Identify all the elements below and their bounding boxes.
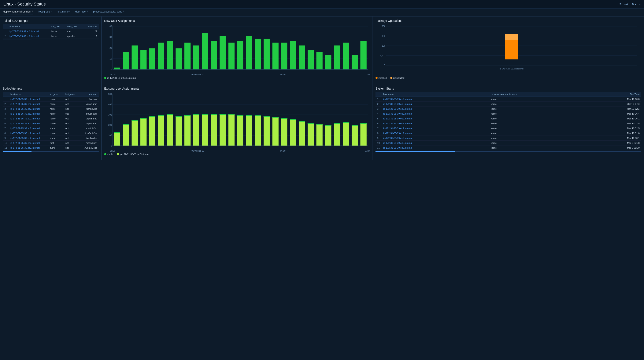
table-row[interactable]: 1 ip-172-31-95-39.ec2.internal kernel Ma… <box>376 97 641 102</box>
svg-rect-101 <box>237 115 243 116</box>
host-name-cell: ip-172-31-95-39.ec2.internal <box>9 106 48 111</box>
svg-rect-36 <box>343 43 349 69</box>
existing-legend-dot-0 <box>104 153 106 155</box>
host-name-cell: ip-172-31-95-39.ec2.internal <box>382 136 489 141</box>
table-row[interactable]: 11 ip-172-31-95-39.ec2.internal sumo roo… <box>3 145 99 150</box>
svg-rect-128 <box>360 123 366 146</box>
svg-rect-86 <box>176 116 182 146</box>
start-time-cell: Mar 9 22:38 <box>588 141 641 145</box>
table-row[interactable]: 3 ip-172-31-95-39.ec2.internal kernel Ma… <box>376 106 641 111</box>
row-num: 8 <box>376 131 382 136</box>
command-cell: /usr/sbin/us <box>79 131 99 136</box>
process-cell: kernel <box>489 102 588 106</box>
sudo-table-wrapper[interactable]: host.name src_user dest_user command 1 i… <box>3 92 99 150</box>
svg-text:15k: 15k <box>382 35 386 37</box>
table-row[interactable]: 7 ip-172-31-95-39.ec2.internal kernel Ma… <box>376 126 641 131</box>
system-starts-table-wrapper[interactable]: host.name process.executable.name StartT… <box>376 92 641 150</box>
table-row[interactable]: 10 ip-172-31-95-39.ec2.internal root roo… <box>3 141 99 145</box>
start-time-cell: Mar 10 01:0 <box>588 131 641 136</box>
svg-rect-96 <box>220 114 226 146</box>
table-row[interactable]: 4 ip-172-31-95-39.ec2.internal home root… <box>3 111 99 116</box>
table-row[interactable]: 3 ip-172-31-95-39.ec2.internal home root… <box>3 106 99 111</box>
scroll-thumb-sudo <box>3 151 32 152</box>
filter-host-name[interactable]: host.name * <box>57 10 70 15</box>
table-row[interactable]: 2 ip-172-31-95-39.ec2.internal home apac… <box>3 34 99 39</box>
filter-bar: deployment.environment * host.group * ho… <box>0 9 644 16</box>
dest-user-cell: apache <box>66 34 83 39</box>
col-command: command <box>79 92 99 97</box>
table-row[interactable]: 5 ip-172-31-95-39.ec2.internal home root… <box>3 116 99 121</box>
page-title: Linux - Security Status <box>4 2 46 7</box>
table-row[interactable]: 1 ip-172-31-95-39.ec2.internal home root… <box>3 29 99 34</box>
app-header: Linux - Security Status ⏱ -24h ↻ ▾ ⬦ <box>0 0 644 9</box>
start-time-cell: Mar 10 09:C <box>588 102 641 106</box>
failed-su-table: host.name src_user dest_user attempts 1 … <box>3 24 99 39</box>
svg-rect-74 <box>123 124 129 146</box>
table-row[interactable]: 11 ip-172-31-95-39.ec2.internal kernel M… <box>376 145 641 150</box>
table-row[interactable]: 2 ip-172-31-95-39.ec2.internal kernel Ma… <box>376 102 641 106</box>
svg-text:18:00: 18:00 <box>110 74 115 76</box>
pkg-legend-installed: installed <box>376 77 387 79</box>
svg-rect-105 <box>255 115 261 116</box>
svg-rect-13 <box>140 50 146 69</box>
svg-rect-115 <box>299 121 305 122</box>
filter-process-exe[interactable]: process.executable.name * <box>93 10 124 15</box>
table-row[interactable]: 10 ip-172-31-95-39.ec2.internal kernel M… <box>376 141 641 145</box>
row-num: 11 <box>376 145 382 150</box>
host-name-cell: ip-172-31-95-39.ec2.internal <box>9 136 48 141</box>
table-row[interactable]: 8 ip-172-31-95-39.ec2.internal home root… <box>3 131 99 136</box>
svg-rect-26 <box>255 39 261 69</box>
filter-deployment-env[interactable]: deployment.environment * <box>4 10 33 15</box>
src-user-cell: root <box>48 141 63 145</box>
table-row[interactable]: 1 ip-172-31-95-39.ec2.internal home root… <box>3 97 99 102</box>
svg-rect-93 <box>202 114 208 115</box>
svg-rect-129 <box>360 123 366 124</box>
refresh-icon[interactable]: ↻ ▾ <box>632 3 636 6</box>
existing-legend-label-1: ip-172-31-95-39.ec2.internal <box>120 153 149 155</box>
col-attempts: attempts <box>83 24 99 29</box>
svg-rect-77 <box>132 120 138 121</box>
table-row[interactable]: 9 ip-172-31-95-39.ec2.internal kernel Ma… <box>376 136 641 141</box>
table-row[interactable]: 9 ip-172-31-95-39.ec2.internal sumo root… <box>3 136 99 141</box>
svg-rect-125 <box>343 122 349 123</box>
table-row[interactable]: 5 ip-172-31-95-39.ec2.internal kernel Ma… <box>376 116 641 121</box>
src-user-cell: sumo <box>48 145 63 150</box>
svg-rect-23 <box>228 43 234 69</box>
svg-rect-22 <box>220 36 226 69</box>
table-row[interactable]: 2 ip-172-31-95-39.ec2.internal home root… <box>3 102 99 106</box>
table-row[interactable]: 6 ip-172-31-95-39.ec2.internal home root… <box>3 121 99 126</box>
svg-rect-81 <box>149 116 156 117</box>
start-time-cell: Mar 10 02:5 <box>588 126 641 131</box>
filter-dest-user[interactable]: dest_user * <box>75 10 88 15</box>
src-user-cell: home <box>48 121 63 126</box>
existing-legend-label-0: <null> <box>107 153 114 155</box>
table-row[interactable]: 6 ip-172-31-95-39.ec2.internal kernel Ma… <box>376 121 641 126</box>
dest-user-cell: root <box>63 131 80 136</box>
svg-rect-31 <box>299 46 305 69</box>
svg-rect-19 <box>193 46 199 69</box>
time-range[interactable]: -24h <box>624 3 629 6</box>
process-cell: kernel <box>489 111 588 116</box>
existing-user-svg: 010020030040050018:0000:00 Mar 1006:0012… <box>104 92 370 152</box>
filter-icon[interactable]: ⬦ <box>639 3 640 6</box>
table-row[interactable]: 4 ip-172-31-95-39.ec2.internal kernel Ma… <box>376 111 641 116</box>
svg-rect-114 <box>299 121 305 146</box>
dest-user-cell: root <box>66 29 83 34</box>
filter-host-group[interactable]: host.group * <box>38 10 52 15</box>
row-num: 9 <box>3 136 9 141</box>
dest-user-cell: root <box>63 102 80 106</box>
system-starts-table: host.name process.executable.name StartT… <box>376 92 641 150</box>
svg-rect-97 <box>220 114 226 115</box>
host-name-cell: ip-172-31-95-39.ec2.internal <box>382 111 489 116</box>
process-cell: kernel <box>489 106 588 111</box>
svg-rect-127 <box>352 125 358 126</box>
svg-rect-76 <box>132 120 138 146</box>
svg-rect-72 <box>114 132 120 146</box>
table-row[interactable]: 8 ip-172-31-95-39.ec2.internal kernel Ma… <box>376 131 641 136</box>
existing-user-panel: Existing User Assignments 01002003004005… <box>102 84 373 160</box>
svg-text:400: 400 <box>108 103 112 106</box>
svg-text:20k: 20k <box>382 25 386 28</box>
table-row[interactable]: 7 ip-172-31-95-39.ec2.internal sumo root… <box>3 126 99 131</box>
row-num: 1 <box>3 29 8 34</box>
failed-su-title: Failed SU Attempts <box>3 19 99 23</box>
